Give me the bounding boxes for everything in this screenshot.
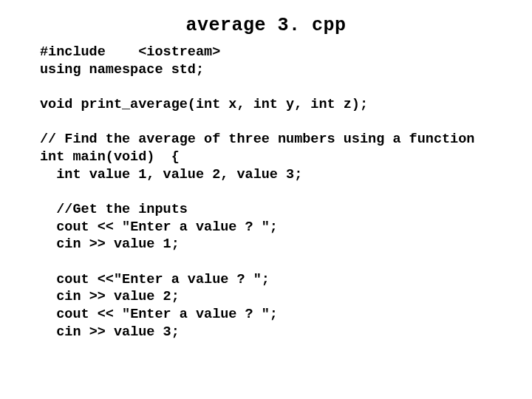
file-title: average 3. cpp [40, 15, 492, 36]
code-block: #include <iostream> using namespace std;… [40, 44, 492, 341]
code-slide: average 3. cpp #include <iostream> using… [0, 0, 532, 341]
